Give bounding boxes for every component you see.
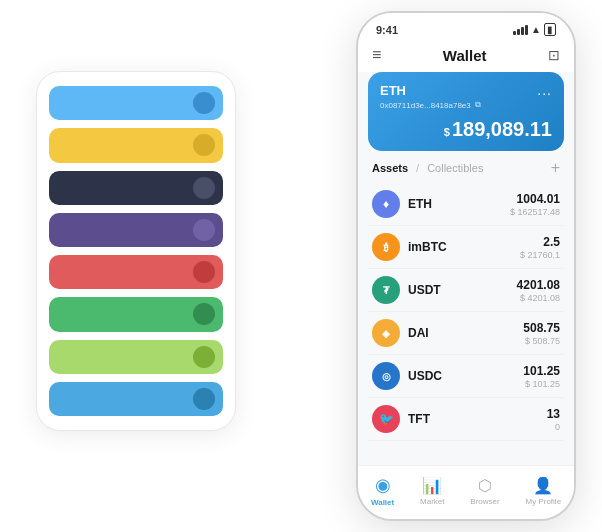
- asset-row-eth[interactable]: ♦ ETH 1004.01 $ 162517.48: [368, 183, 564, 226]
- asset-row-usdc[interactable]: ◎ USDC 101.25 $ 101.25: [368, 355, 564, 398]
- bg-row-3: [49, 171, 223, 205]
- wifi-icon: ▲: [531, 24, 541, 35]
- asset-name-dai: DAI: [408, 326, 523, 340]
- tft-asset-icon: 🐦: [372, 405, 400, 433]
- asset-row-usdt[interactable]: ₮ USDT 4201.08 $ 4201.08: [368, 269, 564, 312]
- eth-card-menu[interactable]: ...: [537, 82, 552, 98]
- nav-wallet-label: Wallet: [371, 498, 394, 507]
- assets-tabs: Assets / Collectibles: [372, 162, 483, 174]
- background-card: [36, 71, 236, 431]
- asset-list: ♦ ETH 1004.01 $ 162517.48 ₿ imBTC 2.5 $ …: [358, 183, 574, 465]
- profile-nav-icon: 👤: [533, 476, 553, 495]
- asset-name-imbtc: imBTC: [408, 240, 520, 254]
- asset-row-dai[interactable]: ◈ DAI 508.75 $ 508.75: [368, 312, 564, 355]
- tab-separator: /: [416, 162, 419, 174]
- tab-collectibles[interactable]: Collectibles: [427, 162, 483, 174]
- nav-browser[interactable]: ⬡ Browser: [470, 476, 499, 506]
- wallet-nav-icon: ◉: [375, 474, 391, 496]
- asset-name-eth: ETH: [408, 197, 510, 211]
- asset-amounts-usdt: 4201.08 $ 4201.08: [517, 278, 560, 303]
- asset-name-tft: TFT: [408, 412, 547, 426]
- nav-wallet[interactable]: ◉ Wallet: [371, 474, 394, 507]
- eth-card[interactable]: ETH ... 0x08711d3e...8418a78e3 ⧉ $189,08…: [368, 72, 564, 151]
- add-asset-button[interactable]: +: [551, 159, 560, 177]
- imbtc-asset-icon: ₿: [372, 233, 400, 261]
- usdc-asset-icon: ◎: [372, 362, 400, 390]
- asset-amounts-dai: 508.75 $ 508.75: [523, 321, 560, 346]
- bg-row-1: [49, 86, 223, 120]
- phone-header: ≡ Wallet ⊡: [358, 40, 574, 72]
- status-bar: 9:41 ▲ ▮: [358, 13, 574, 40]
- browser-nav-icon: ⬡: [478, 476, 492, 495]
- asset-amounts-imbtc: 2.5 $ 21760.1: [520, 235, 560, 260]
- asset-amounts-tft: 13 0: [547, 407, 560, 432]
- market-nav-icon: 📊: [422, 476, 442, 495]
- bg-row-5: [49, 255, 223, 289]
- phone-mockup: 9:41 ▲ ▮ ≡ Wallet ⊡ ETH ...: [356, 11, 576, 521]
- asset-amounts-eth: 1004.01 $ 162517.48: [510, 192, 560, 217]
- nav-browser-label: Browser: [470, 497, 499, 506]
- bg-row-2: [49, 128, 223, 162]
- eth-address: 0x08711d3e...8418a78e3 ⧉: [380, 100, 552, 110]
- asset-row-imbtc[interactable]: ₿ imBTC 2.5 $ 21760.1: [368, 226, 564, 269]
- scene: 9:41 ▲ ▮ ≡ Wallet ⊡ ETH ...: [16, 11, 586, 521]
- nav-market-label: Market: [420, 497, 444, 506]
- bg-row-8: [49, 382, 223, 416]
- usdt-asset-icon: ₮: [372, 276, 400, 304]
- bg-row-4: [49, 213, 223, 247]
- page-title: Wallet: [443, 47, 487, 64]
- asset-amounts-usdc: 101.25 $ 101.25: [523, 364, 560, 389]
- asset-row-tft[interactable]: 🐦 TFT 13 0: [368, 398, 564, 441]
- expand-icon[interactable]: ⊡: [548, 47, 560, 63]
- dai-asset-icon: ◈: [372, 319, 400, 347]
- menu-icon[interactable]: ≡: [372, 46, 381, 64]
- asset-name-usdt: USDT: [408, 283, 517, 297]
- status-icons: ▲ ▮: [513, 23, 556, 36]
- nav-market[interactable]: 📊 Market: [420, 476, 444, 506]
- eth-card-label: ETH: [380, 83, 406, 98]
- status-time: 9:41: [376, 24, 398, 36]
- asset-name-usdc: USDC: [408, 369, 523, 383]
- eth-balance: $189,089.11: [380, 118, 552, 141]
- tab-assets[interactable]: Assets: [372, 162, 408, 174]
- eth-asset-icon: ♦: [372, 190, 400, 218]
- copy-icon[interactable]: ⧉: [475, 100, 481, 110]
- nav-profile[interactable]: 👤 My Profile: [526, 476, 562, 506]
- eth-card-top: ETH ...: [380, 82, 552, 98]
- bg-row-6: [49, 297, 223, 331]
- assets-header: Assets / Collectibles +: [358, 159, 574, 183]
- nav-profile-label: My Profile: [526, 497, 562, 506]
- bg-row-7: [49, 340, 223, 374]
- bottom-nav: ◉ Wallet 📊 Market ⬡ Browser 👤 My Profile: [358, 465, 574, 519]
